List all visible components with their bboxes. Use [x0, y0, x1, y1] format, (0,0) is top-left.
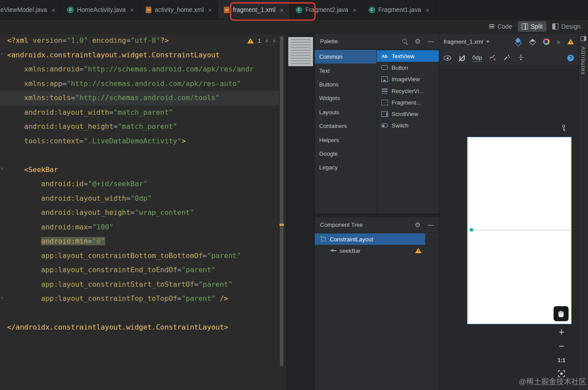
default-margin-selector[interactable]: 0dp: [472, 54, 482, 62]
code-line: android:layout_width="match_parent": [7, 105, 279, 120]
zoom-out-button[interactable]: −: [554, 340, 569, 353]
scrollbar-thumb[interactable]: [280, 36, 283, 366]
close-icon[interactable]: ×: [208, 7, 212, 13]
mode-button-split[interactable]: Split: [518, 21, 547, 32]
palette-item-scrollview[interactable]: ScrollView: [377, 108, 439, 120]
zoom-actual-button[interactable]: 1:1: [554, 354, 569, 367]
attributes-panel-strip[interactable]: Attributes: [578, 34, 588, 390]
close-icon[interactable]: ×: [130, 7, 134, 13]
warning-stripe-mark[interactable]: [279, 224, 284, 226]
palette-item-label: TextView: [392, 53, 415, 60]
palette-header: Palette ⚙ —: [315, 34, 439, 49]
fold-chevron-icon[interactable]: ∨: [0, 52, 4, 56]
code-line: app:layout_constraintBottom_toBottomOf="…: [7, 249, 279, 263]
palette-item-textview[interactable]: TextView: [377, 50, 439, 62]
tab-label: fragment_1.xml: [233, 6, 275, 13]
editor-tab-homeactivity-java[interactable]: HomeActivity.java×: [61, 0, 140, 19]
close-icon[interactable]: ×: [353, 7, 357, 13]
panel-splitter[interactable]: [314, 214, 439, 217]
palette-item-imageview[interactable]: ImageView: [377, 74, 439, 85]
editor-tab-eviewmodel-java[interactable]: eViewModel.java×: [0, 0, 61, 19]
textview-icon: [381, 53, 388, 59]
search-icon[interactable]: [402, 38, 408, 45]
palette-item-recyclervi[interactable]: RecyclerVi...: [377, 85, 439, 97]
autoconnect-magnet-off-icon[interactable]: [458, 55, 465, 62]
seekbar-thumb[interactable]: [470, 228, 473, 232]
fragment-icon: [381, 99, 388, 105]
editor-scrollbar[interactable]: [279, 36, 284, 370]
gear-icon[interactable]: ⚙: [415, 221, 421, 228]
palette-item-label: ScrollView: [392, 111, 418, 117]
code-line: <?xml version="1.0" encoding="utf-8"?>: [7, 34, 279, 48]
editor-minimap-column: [286, 34, 314, 390]
view-options-eye-icon[interactable]: [444, 56, 451, 60]
mode-label: Split: [531, 23, 543, 30]
prev-issue-chevron-icon[interactable]: ∧: [265, 38, 268, 43]
palette-item-fragment[interactable]: Fragment...: [377, 97, 439, 108]
help-icon[interactable]: ?: [567, 55, 574, 61]
blueprint-toggle-icon[interactable]: [529, 38, 536, 45]
tree-item-label: seekBar: [339, 248, 361, 254]
close-icon[interactable]: ×: [52, 7, 56, 13]
tab-label: Fragment1.java: [378, 6, 421, 13]
palette-category-google[interactable]: Google: [315, 147, 377, 161]
mode-label: Code: [498, 23, 512, 30]
code-line: [7, 306, 279, 321]
fold-chevron-icon[interactable]: ∨: [0, 167, 4, 171]
layout-warning-icon[interactable]: [567, 39, 574, 45]
palette-category-layouts[interactable]: Layouts: [315, 105, 377, 119]
zoom-in-button[interactable]: +: [554, 326, 569, 339]
tree-item-constraintlayout[interactable]: ConstraintLayout: [315, 233, 425, 245]
minimize-icon[interactable]: —: [428, 222, 433, 228]
minimap-preview: [288, 37, 313, 66]
mode-button-design[interactable]: Design: [548, 21, 584, 32]
editor-tab-fragment1-java[interactable]: Fragment1.java×: [363, 0, 436, 19]
more-actions-chevrons-icon[interactable]: »: [557, 39, 560, 45]
infer-constraints-wand-icon[interactable]: [503, 54, 510, 63]
design-surface-layers-icon[interactable]: [515, 38, 522, 45]
java-class-icon: [67, 7, 74, 13]
imageview-icon: [381, 76, 388, 82]
gear-icon[interactable]: ⚙: [415, 38, 421, 45]
scrollview-icon: [381, 111, 388, 117]
fold-chevron-icon[interactable]: ∨: [0, 296, 4, 300]
theme-color-wheel-icon[interactable]: [543, 38, 550, 45]
palette-category-label: Google: [319, 150, 338, 157]
button-icon: [381, 64, 388, 71]
warning-icon: [415, 248, 422, 253]
text-cursor-icon[interactable]: [517, 54, 524, 63]
pan-hand-button[interactable]: [554, 306, 569, 321]
editor-tab-fragment-1-xml[interactable]: fragment_1.xml×: [218, 0, 290, 19]
editor-tab-fragment2-java[interactable]: Fragment2.java×: [290, 0, 363, 19]
inspection-widget[interactable]: 1 ∧ ∨: [247, 38, 276, 44]
palette-item-button[interactable]: Button: [377, 62, 439, 73]
close-icon[interactable]: ×: [426, 7, 430, 13]
palette-category-buttons[interactable]: Buttons: [315, 78, 377, 91]
minimize-icon[interactable]: —: [428, 38, 433, 44]
code-editor[interactable]: <?xml version="1.0" encoding="utf-8"?><a…: [0, 34, 286, 390]
xml-file-icon: [224, 7, 230, 13]
palette-item-switch[interactable]: Switch: [377, 120, 439, 131]
close-icon[interactable]: ×: [280, 7, 284, 13]
palette-category-helpers[interactable]: Helpers: [315, 133, 377, 146]
design-toolbar: fragment_1.xml » 0dp: [439, 34, 578, 66]
palette-category-legacy[interactable]: Legacy: [315, 161, 377, 174]
palette-item-label: Fragment...: [392, 99, 421, 106]
clear-constraints-icon[interactable]: [489, 54, 496, 63]
palette-body: CommonTextButtonsWidgetsLayoutsContainer…: [315, 49, 439, 214]
seekbar-track: [467, 230, 571, 230]
palette-category-widgets[interactable]: Widgets: [315, 91, 377, 105]
next-issue-chevron-icon[interactable]: ∨: [272, 38, 276, 43]
mode-button-code[interactable]: Code: [485, 21, 516, 32]
code-line: <androidx.constraintlayout.widget.Constr…: [7, 48, 279, 63]
palette-category-common[interactable]: Common: [315, 50, 377, 64]
palette-category-containers[interactable]: Containers: [315, 119, 377, 133]
editor-tab-activity-home-xml[interactable]: activity_home.xml×: [140, 0, 218, 19]
palette-category-label: Legacy: [319, 164, 338, 171]
design-canvas[interactable]: [467, 137, 572, 324]
palette-category-text[interactable]: Text: [315, 64, 377, 77]
tab-label: activity_home.xml: [155, 6, 204, 13]
tree-item-seekbar[interactable]: seekBar: [315, 245, 425, 256]
editor-tab-bar: eViewModel.java×HomeActivity.java×activi…: [0, 0, 588, 19]
design-file-selector[interactable]: fragment_1.xml: [444, 38, 490, 45]
